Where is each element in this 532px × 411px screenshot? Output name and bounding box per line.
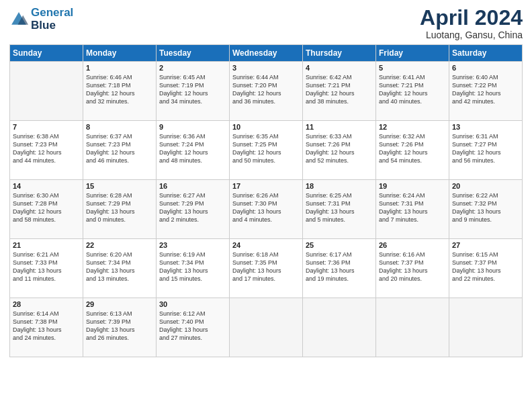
daylight-hours-label: Daylight: 12 hours bbox=[13, 148, 80, 156]
calendar-header-row: Sunday Monday Tuesday Wednesday Thursday… bbox=[10, 45, 523, 62]
sunset-text: Sunset: 7:23 PM bbox=[13, 140, 80, 148]
calendar-cell-w5-d1: 28Sunrise: 6:14 AMSunset: 7:38 PMDayligh… bbox=[10, 298, 83, 357]
day-number: 1 bbox=[86, 64, 153, 72]
day-number: 11 bbox=[306, 123, 373, 131]
daylight-hours-label: Daylight: 12 hours bbox=[159, 148, 226, 156]
daylight-hours-label: Daylight: 13 hours bbox=[86, 208, 153, 216]
sunset-text: Sunset: 7:27 PM bbox=[452, 140, 519, 148]
daylight-hours-label: Daylight: 12 hours bbox=[306, 89, 373, 97]
logo-text: General Blue bbox=[31, 7, 73, 32]
day-info: Sunrise: 6:20 AMSunset: 7:34 PMDaylight:… bbox=[86, 250, 153, 283]
day-info: Sunrise: 6:18 AMSunset: 7:35 PMDaylight:… bbox=[232, 250, 300, 283]
calendar-cell-w2-d6: 12Sunrise: 6:32 AMSunset: 7:26 PMDayligh… bbox=[376, 121, 449, 180]
day-info: Sunrise: 6:19 AMSunset: 7:34 PMDaylight:… bbox=[159, 250, 226, 283]
calendar-cell-w3-d2: 15Sunrise: 6:28 AMSunset: 7:29 PMDayligh… bbox=[83, 180, 157, 239]
daylight-minutes-label: and 40 minutes. bbox=[379, 97, 446, 105]
sunset-text: Sunset: 7:32 PM bbox=[452, 199, 519, 208]
day-number: 20 bbox=[452, 182, 519, 190]
daylight-minutes-label: and 17 minutes. bbox=[232, 275, 300, 283]
sunrise-text: Sunrise: 6:30 AM bbox=[13, 191, 80, 199]
day-info: Sunrise: 6:36 AMSunset: 7:24 PMDaylight:… bbox=[159, 132, 226, 165]
header-tuesday: Tuesday bbox=[157, 45, 230, 62]
calendar-cell-w3-d4: 17Sunrise: 6:26 AMSunset: 7:30 PMDayligh… bbox=[230, 180, 303, 239]
sunrise-text: Sunrise: 6:19 AM bbox=[159, 250, 226, 259]
calendar-cell-w5-d4 bbox=[230, 298, 303, 357]
day-info: Sunrise: 6:44 AMSunset: 7:20 PMDaylight:… bbox=[232, 73, 300, 106]
daylight-hours-label: Daylight: 12 hours bbox=[232, 148, 300, 156]
calendar-cell-w3-d3: 16Sunrise: 6:27 AMSunset: 7:29 PMDayligh… bbox=[157, 180, 230, 239]
logo: General Blue bbox=[9, 7, 73, 32]
day-number: 8 bbox=[86, 123, 153, 131]
day-number: 14 bbox=[13, 182, 80, 190]
calendar-cell-w2-d1: 7Sunrise: 6:38 AMSunset: 7:23 PMDaylight… bbox=[10, 121, 83, 180]
calendar-cell-w2-d2: 8Sunrise: 6:37 AMSunset: 7:23 PMDaylight… bbox=[83, 121, 157, 180]
week-row-4: 21Sunrise: 6:21 AMSunset: 7:33 PMDayligh… bbox=[10, 239, 523, 298]
header-thursday: Thursday bbox=[303, 45, 376, 62]
sunset-text: Sunset: 7:18 PM bbox=[86, 81, 153, 89]
day-number: 13 bbox=[452, 123, 519, 131]
sunset-text: Sunset: 7:38 PM bbox=[13, 318, 80, 326]
day-number: 25 bbox=[306, 241, 373, 249]
day-number: 15 bbox=[86, 182, 153, 190]
calendar-body: 1Sunrise: 6:46 AMSunset: 7:18 PMDaylight… bbox=[10, 62, 523, 357]
daylight-hours-label: Daylight: 12 hours bbox=[452, 89, 519, 97]
daylight-hours-label: Daylight: 12 hours bbox=[379, 148, 446, 156]
daylight-hours-label: Daylight: 12 hours bbox=[13, 208, 80, 216]
sunrise-text: Sunrise: 6:20 AM bbox=[86, 250, 153, 259]
calendar-cell-w4-d1: 21Sunrise: 6:21 AMSunset: 7:33 PMDayligh… bbox=[10, 239, 83, 298]
daylight-hours-label: Daylight: 13 hours bbox=[13, 267, 80, 275]
day-info: Sunrise: 6:40 AMSunset: 7:22 PMDaylight:… bbox=[452, 73, 519, 106]
week-row-5: 28Sunrise: 6:14 AMSunset: 7:38 PMDayligh… bbox=[10, 298, 523, 357]
sunrise-text: Sunrise: 6:44 AM bbox=[232, 73, 300, 81]
sunrise-text: Sunrise: 6:15 AM bbox=[452, 250, 519, 259]
sunset-text: Sunset: 7:40 PM bbox=[159, 318, 226, 326]
day-number: 6 bbox=[452, 64, 519, 72]
week-row-1: 1Sunrise: 6:46 AMSunset: 7:18 PMDaylight… bbox=[10, 62, 523, 121]
day-info: Sunrise: 6:38 AMSunset: 7:23 PMDaylight:… bbox=[13, 132, 80, 165]
sunset-text: Sunset: 7:35 PM bbox=[232, 259, 300, 267]
daylight-minutes-label: and 9 minutes. bbox=[452, 216, 519, 224]
sunset-text: Sunset: 7:37 PM bbox=[452, 259, 519, 267]
daylight-hours-label: Daylight: 13 hours bbox=[159, 267, 226, 275]
header: General Blue April 2024 Luotang, Gansu, … bbox=[9, 7, 523, 40]
daylight-minutes-label: and 0 minutes. bbox=[86, 216, 153, 224]
week-row-2: 7Sunrise: 6:38 AMSunset: 7:23 PMDaylight… bbox=[10, 121, 523, 180]
daylight-hours-label: Daylight: 12 hours bbox=[379, 89, 446, 97]
sunset-text: Sunset: 7:33 PM bbox=[13, 259, 80, 267]
day-number: 28 bbox=[13, 300, 80, 308]
daylight-minutes-label: and 19 minutes. bbox=[306, 275, 373, 283]
sunrise-text: Sunrise: 6:28 AM bbox=[86, 191, 153, 199]
daylight-minutes-label: and 52 minutes. bbox=[306, 156, 373, 165]
daylight-minutes-label: and 4 minutes. bbox=[232, 216, 300, 224]
day-info: Sunrise: 6:46 AMSunset: 7:18 PMDaylight:… bbox=[86, 73, 153, 106]
header-friday: Friday bbox=[376, 45, 449, 62]
daylight-hours-label: Daylight: 13 hours bbox=[452, 267, 519, 275]
daylight-minutes-label: and 46 minutes. bbox=[86, 156, 153, 165]
sunrise-text: Sunrise: 6:17 AM bbox=[306, 250, 373, 259]
sunset-text: Sunset: 7:29 PM bbox=[159, 199, 226, 208]
daylight-hours-label: Daylight: 13 hours bbox=[86, 326, 153, 334]
day-info: Sunrise: 6:35 AMSunset: 7:25 PMDaylight:… bbox=[232, 132, 300, 165]
day-info: Sunrise: 6:17 AMSunset: 7:36 PMDaylight:… bbox=[306, 250, 373, 283]
sunrise-text: Sunrise: 6:25 AM bbox=[306, 191, 373, 199]
daylight-minutes-label: and 50 minutes. bbox=[232, 156, 300, 165]
sunset-text: Sunset: 7:26 PM bbox=[379, 140, 446, 148]
calendar-cell-w2-d7: 13Sunrise: 6:31 AMSunset: 7:27 PMDayligh… bbox=[449, 121, 523, 180]
day-number: 24 bbox=[232, 241, 300, 249]
day-number: 26 bbox=[379, 241, 446, 249]
sunrise-text: Sunrise: 6:27 AM bbox=[159, 191, 226, 199]
calendar-cell-w2-d5: 11Sunrise: 6:33 AMSunset: 7:26 PMDayligh… bbox=[303, 121, 376, 180]
calendar-cell-w3-d7: 20Sunrise: 6:22 AMSunset: 7:32 PMDayligh… bbox=[449, 180, 523, 239]
day-number: 19 bbox=[379, 182, 446, 190]
day-number: 9 bbox=[159, 123, 226, 131]
daylight-hours-label: Daylight: 12 hours bbox=[306, 148, 373, 156]
sunset-text: Sunset: 7:19 PM bbox=[159, 81, 226, 89]
day-number: 21 bbox=[13, 241, 80, 249]
sunset-text: Sunset: 7:37 PM bbox=[379, 259, 446, 267]
daylight-hours-label: Daylight: 13 hours bbox=[13, 326, 80, 334]
daylight-hours-label: Daylight: 12 hours bbox=[452, 148, 519, 156]
daylight-hours-label: Daylight: 13 hours bbox=[306, 267, 373, 275]
day-number: 10 bbox=[232, 123, 300, 131]
daylight-minutes-label: and 56 minutes. bbox=[452, 156, 519, 165]
daylight-hours-label: Daylight: 12 hours bbox=[86, 89, 153, 97]
